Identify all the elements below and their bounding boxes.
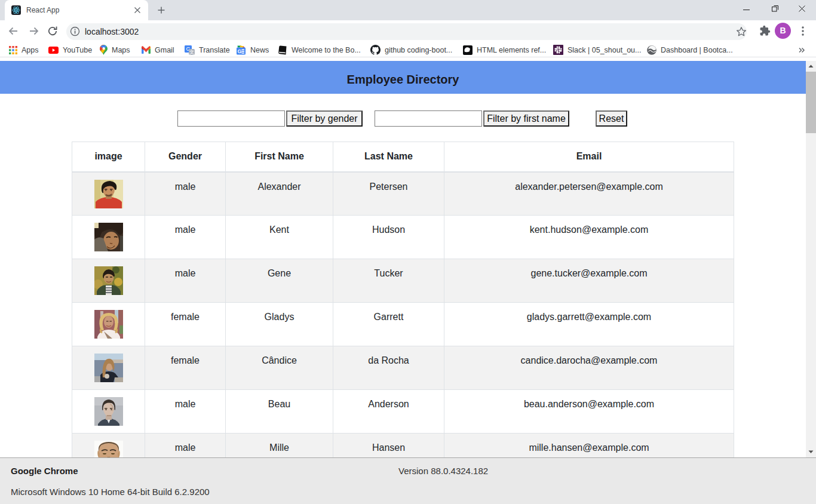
svg-text:G: G (237, 48, 241, 54)
svg-text:文: 文 (189, 48, 195, 54)
